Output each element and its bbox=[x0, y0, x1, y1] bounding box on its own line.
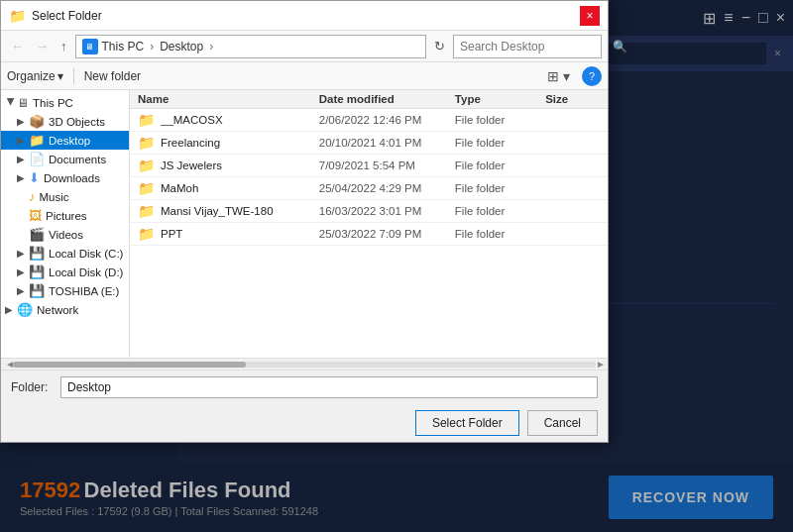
folder-icon-5: 📁 bbox=[138, 226, 155, 242]
organize-button[interactable]: Organize ▾ bbox=[7, 69, 63, 83]
tree-icon-c: 💾 bbox=[29, 246, 45, 261]
tree-label-d: Local Disk (D:) bbox=[49, 266, 123, 278]
dialog-content: ▶ 🖥 This PC ▶ 📦 3D Objects ▶ 📁 Desktop bbox=[1, 90, 608, 358]
tree-item-pictures[interactable]: 🖼 Pictures bbox=[1, 206, 129, 225]
tree-chevron-docs: ▶ bbox=[17, 154, 29, 164]
file-date-5: 25/03/2022 7:09 PM bbox=[319, 228, 455, 240]
tree-chevron-c: ▶ bbox=[17, 248, 29, 259]
file-row-1[interactable]: 📁 Freelancing 20/10/2021 4:01 PM File fo… bbox=[130, 132, 608, 155]
tree-item-3d[interactable]: ▶ 📦 3D Objects bbox=[1, 112, 129, 131]
tree-label-net: Network bbox=[37, 304, 78, 316]
tree-label-pc: This PC bbox=[33, 97, 73, 109]
tree-chevron-pc: ▶ bbox=[6, 97, 17, 109]
file-name-4: 📁 Mansi Vijay_TWE-180 bbox=[138, 203, 319, 219]
tree-icon-pics: 🖼 bbox=[29, 208, 42, 223]
dialog-close-button[interactable]: × bbox=[580, 6, 600, 26]
col-name[interactable]: Name bbox=[138, 93, 319, 105]
search-desktop-input[interactable] bbox=[460, 40, 609, 53]
cancel-button[interactable]: Cancel bbox=[527, 410, 598, 436]
file-row-5[interactable]: 📁 PPT 25/03/2022 7:09 PM File folder bbox=[130, 223, 608, 246]
tree-item-downloads[interactable]: ▶ ⬇ Downloads bbox=[1, 168, 129, 187]
breadcrumb-sep1: › bbox=[150, 40, 154, 53]
tree-label-music: Music bbox=[40, 191, 69, 203]
tree-icon-docs: 📄 bbox=[29, 152, 45, 166]
file-row-4[interactable]: 📁 Mansi Vijay_TWE-180 16/03/2022 3:01 PM… bbox=[130, 200, 608, 223]
file-type-0: File folder bbox=[455, 114, 545, 126]
view-icons: ⊞ ▾ ? bbox=[547, 66, 602, 86]
file-row-2[interactable]: 📁 JS Jewelers 7/09/2021 5:54 PM File fol… bbox=[130, 155, 608, 177]
tree-item-documents[interactable]: ▶ 📄 Documents bbox=[1, 150, 129, 168]
tree-icon-down: ⬇ bbox=[29, 170, 40, 185]
file-list: Name Date modified Type Size 📁 __MACOSX … bbox=[130, 90, 608, 358]
search-box: 🔍 bbox=[453, 35, 602, 58]
tree-icon-d: 💾 bbox=[29, 265, 45, 279]
folder-input[interactable] bbox=[60, 376, 598, 398]
tree-item-local-c[interactable]: ▶ 💾 Local Disk (C:) bbox=[1, 244, 129, 263]
tree-label-desktop: Desktop bbox=[49, 135, 90, 147]
scroll-thumb bbox=[13, 362, 246, 368]
tree-label-vid: Videos bbox=[49, 229, 83, 241]
tree-label-c: Local Disk (C:) bbox=[49, 248, 123, 260]
help-button[interactable]: ? bbox=[582, 66, 602, 86]
file-name-3: 📁 MaMoh bbox=[138, 180, 319, 196]
folder-icon-0: 📁 bbox=[138, 112, 155, 128]
tree-item-toshiba[interactable]: ▶ 💾 TOSHIBA (E:) bbox=[1, 281, 129, 300]
tree-item-local-d[interactable]: ▶ 💾 Local Disk (D:) bbox=[1, 263, 129, 281]
tree-label-pics: Pictures bbox=[46, 210, 87, 222]
scroll-track[interactable] bbox=[13, 362, 596, 368]
view-details-icon[interactable]: ▾ bbox=[563, 68, 570, 84]
select-folder-button[interactable]: Select Folder bbox=[415, 410, 519, 436]
tree-icon-desktop: 📁 bbox=[29, 133, 45, 148]
file-type-3: File folder bbox=[455, 182, 545, 194]
tree-chevron-d: ▶ bbox=[17, 266, 29, 277]
nav-up-button[interactable]: ↑ bbox=[57, 37, 71, 55]
tree-icon-pc: 🖥 bbox=[17, 96, 29, 110]
folder-icon-1: 📁 bbox=[138, 135, 155, 151]
file-date-4: 16/03/2022 3:01 PM bbox=[319, 205, 455, 217]
nav-forward-button[interactable]: → bbox=[32, 37, 53, 55]
file-date-0: 2/06/2022 12:46 PM bbox=[319, 114, 455, 126]
dialog-navbar: ← → ↑ 🖥 This PC › Desktop › ↻ 🔍 bbox=[1, 31, 608, 62]
tree-label-docs: Documents bbox=[49, 154, 106, 165]
tree-item-music[interactable]: ♪ Music bbox=[1, 187, 129, 206]
tree-label-e: TOSHIBA (E:) bbox=[49, 285, 119, 297]
breadcrumb-sep2: › bbox=[209, 40, 213, 53]
tree-label-3d: 3D Objects bbox=[49, 116, 105, 128]
tree-item-desktop[interactable]: ▶ 📁 Desktop bbox=[1, 131, 129, 150]
breadcrumb-desktop: Desktop bbox=[160, 40, 203, 53]
tree-chevron-down: ▶ bbox=[17, 172, 29, 183]
nav-back-button[interactable]: ← bbox=[7, 37, 28, 55]
tree-icon-net: 🌐 bbox=[17, 302, 33, 317]
tree-item-this-pc[interactable]: ▶ 🖥 This PC bbox=[1, 94, 129, 112]
file-row-3[interactable]: 📁 MaMoh 25/04/2022 4:29 PM File folder bbox=[130, 177, 608, 200]
dialog-buttons: Select Folder Cancel bbox=[1, 404, 608, 442]
folder-icon-4: 📁 bbox=[138, 203, 155, 219]
tree-chevron-3d: ▶ bbox=[17, 116, 29, 127]
breadcrumb-bar: 🖥 This PC › Desktop › bbox=[75, 35, 427, 58]
file-date-1: 20/10/2021 4:01 PM bbox=[319, 137, 455, 149]
file-name-5: 📁 PPT bbox=[138, 226, 319, 242]
col-date[interactable]: Date modified bbox=[319, 93, 455, 105]
tree-chevron-net: ▶ bbox=[5, 304, 17, 315]
dialog-overlay: 📁 Select Folder × ← → ↑ 🖥 This PC › Desk… bbox=[0, 0, 793, 532]
dialog-title-icon: 📁 bbox=[9, 8, 26, 24]
organize-chevron: ▾ bbox=[57, 69, 63, 83]
file-date-3: 25/04/2022 4:29 PM bbox=[319, 182, 455, 194]
file-name-0: 📁 __MACOSX bbox=[138, 112, 319, 128]
horizontal-scrollbar[interactable]: ◄ ► bbox=[1, 358, 608, 370]
tree-icon-vid: 🎬 bbox=[29, 227, 45, 242]
tree-item-videos[interactable]: 🎬 Videos bbox=[1, 225, 129, 244]
col-type[interactable]: Type bbox=[455, 93, 545, 105]
file-name-2: 📁 JS Jewelers bbox=[138, 158, 319, 173]
tree-sidebar: ▶ 🖥 This PC ▶ 📦 3D Objects ▶ 📁 Desktop bbox=[1, 90, 130, 358]
file-type-4: File folder bbox=[455, 205, 545, 217]
tree-item-network[interactable]: ▶ 🌐 Network bbox=[1, 300, 129, 319]
view-list-icon[interactable]: ⊞ bbox=[547, 68, 559, 84]
folder-icon-3: 📁 bbox=[138, 180, 155, 196]
breadcrumb-refresh-button[interactable]: ↻ bbox=[430, 37, 449, 55]
col-size[interactable]: Size bbox=[545, 93, 600, 105]
file-row-0[interactable]: 📁 __MACOSX 2/06/2022 12:46 PM File folde… bbox=[130, 109, 608, 132]
dialog-title-text: Select Folder bbox=[32, 9, 580, 23]
dialog-titlebar: 📁 Select Folder × bbox=[1, 1, 608, 31]
new-folder-button[interactable]: New folder bbox=[84, 69, 141, 83]
